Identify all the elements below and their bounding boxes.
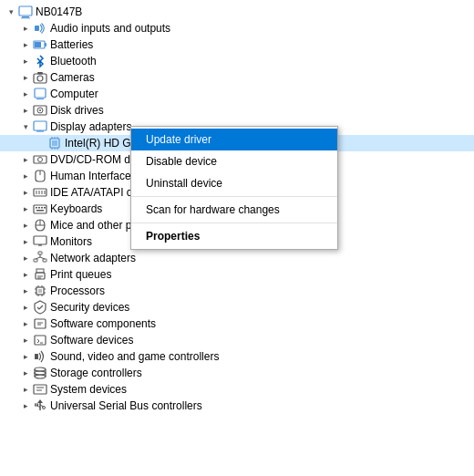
item-label-disk: Disk drives: [50, 104, 104, 117]
expander-disk[interactable]: [18, 103, 33, 118]
expander-network[interactable]: [18, 251, 33, 265]
svg-rect-9: [37, 72, 43, 75]
ide-icon: [33, 185, 47, 200]
hid-icon: [33, 169, 47, 183]
expander-sysdev[interactable]: [18, 382, 33, 397]
expander-dvdrom[interactable]: [18, 152, 33, 167]
item-label-batteries: Batteries: [50, 38, 93, 51]
svg-rect-57: [38, 289, 42, 293]
sound-icon: [33, 349, 47, 364]
expander-human[interactable]: [18, 169, 33, 183]
expander-monitors[interactable]: [18, 234, 33, 249]
svg-rect-11: [36, 98, 44, 99]
svg-line-51: [40, 257, 45, 259]
tree-item-print[interactable]: Print queues: [0, 266, 474, 283]
tree-item-sound[interactable]: Sound, video and game controllers: [0, 348, 474, 365]
item-label-audio: Audio inputs and outputs: [50, 22, 170, 35]
item-label-bluetooth: Bluetooth: [50, 55, 97, 67]
computer2-icon: [33, 87, 47, 101]
dvd-icon: [33, 152, 47, 167]
expander-processors[interactable]: [18, 284, 33, 298]
display-icon: [33, 119, 47, 134]
expander-audio[interactable]: [18, 21, 33, 36]
svg-rect-3: [35, 26, 39, 31]
svg-rect-40: [36, 210, 44, 212]
security-icon: [33, 300, 47, 315]
tree-item-sysdev[interactable]: System devices: [0, 381, 474, 398]
svg-point-14: [39, 109, 41, 111]
usb-icon: [33, 398, 47, 413]
tree-item-root[interactable]: NB0147B: [0, 4, 474, 20]
expander-security[interactable]: [18, 300, 33, 315]
expander-root[interactable]: [4, 5, 18, 19]
expander-sound[interactable]: [18, 349, 33, 364]
monitor-icon: [33, 234, 47, 249]
menu-item-update[interactable]: Update driver: [131, 129, 337, 150]
expander-display[interactable]: [18, 119, 33, 134]
svg-point-75: [35, 375, 46, 378]
item-label-security: Security devices: [50, 301, 129, 314]
tree-item-usb[interactable]: Universal Serial Bus controllers: [0, 398, 474, 414]
item-label-softdev: Software devices: [50, 334, 133, 347]
bluetooth-icon: [33, 54, 47, 68]
tree-item-storage[interactable]: Storage controllers: [0, 365, 474, 381]
tree-item-batteries[interactable]: Batteries: [0, 36, 474, 53]
expander-computer[interactable]: [18, 87, 33, 101]
svg-marker-81: [37, 399, 43, 403]
expander-ide[interactable]: [18, 185, 33, 200]
tree-item-disk[interactable]: Disk drives: [0, 102, 474, 119]
menu-separator: [131, 222, 337, 223]
network-icon: [33, 251, 47, 265]
expander-softdev[interactable]: [18, 333, 33, 347]
tree-item-cameras[interactable]: Cameras: [0, 69, 474, 86]
tree-item-bluetooth[interactable]: Bluetooth: [0, 53, 474, 69]
menu-separator: [131, 196, 337, 197]
item-label-usb: Universal Serial Bus controllers: [50, 399, 202, 412]
context-menu: Update driverDisable deviceUninstall dev…: [130, 126, 338, 250]
tree-item-computer[interactable]: Computer: [0, 86, 474, 102]
menu-item-scan[interactable]: Scan for hardware changes: [131, 199, 337, 221]
item-label-processors: Processors: [50, 285, 105, 297]
menu-item-uninstall[interactable]: Uninstall device: [131, 172, 337, 194]
tree-item-processors[interactable]: Processors: [0, 283, 474, 299]
item-label-monitors: Monitors: [50, 235, 92, 248]
svg-rect-10: [35, 88, 46, 98]
expander-mice[interactable]: [18, 218, 33, 233]
svg-rect-1: [22, 16, 29, 18]
item-label-network: Network adapters: [50, 252, 136, 264]
expander-cameras[interactable]: [18, 70, 33, 85]
print-icon: [33, 267, 47, 282]
expander-storage[interactable]: [18, 366, 33, 380]
svg-rect-43: [34, 236, 46, 244]
menu-item-properties[interactable]: Properties: [131, 225, 337, 247]
expander-bluetooth[interactable]: [18, 54, 33, 68]
item-label-sysdev: System devices: [50, 383, 127, 396]
svg-point-76: [35, 371, 46, 375]
camera-icon: [33, 70, 47, 85]
chip-icon: [47, 136, 62, 150]
tree-item-network[interactable]: Network adapters: [0, 250, 474, 266]
tree-item-security[interactable]: Security devices: [0, 299, 474, 316]
keyboard-icon: [33, 202, 47, 216]
item-label-display: Display adapters: [50, 120, 131, 133]
svg-rect-6: [35, 42, 41, 47]
expander-softcomp[interactable]: [18, 316, 33, 331]
svg-rect-38: [41, 207, 43, 209]
tree-item-audio[interactable]: Audio inputs and outputs: [0, 20, 474, 36]
tree-item-softdev[interactable]: Software devices: [0, 332, 474, 348]
svg-rect-47: [34, 259, 37, 262]
processor-icon: [33, 284, 47, 298]
tree-item-softcomp[interactable]: Software components: [0, 316, 474, 332]
computer-icon: [18, 5, 33, 19]
svg-rect-36: [36, 207, 37, 209]
svg-point-72: [35, 367, 46, 371]
expander-keyboards[interactable]: [18, 202, 33, 216]
svg-point-83: [43, 407, 46, 409]
expander-print[interactable]: [18, 267, 33, 282]
svg-rect-37: [38, 207, 40, 209]
svg-rect-66: [35, 319, 46, 328]
expander-usb[interactable]: [18, 398, 33, 413]
expander-batteries[interactable]: [18, 37, 33, 52]
disk-icon: [33, 103, 47, 118]
menu-item-disable[interactable]: Disable device: [131, 150, 337, 172]
